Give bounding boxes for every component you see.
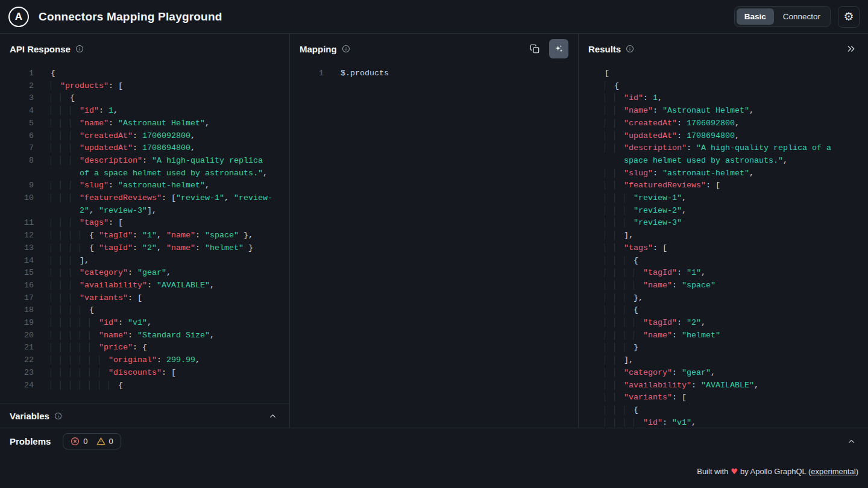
line-number: 12 [0, 230, 34, 242]
mapping-editor[interactable]: 1$.products [290, 64, 578, 428]
info-icon[interactable] [342, 45, 350, 53]
api-response-editor[interactable]: 1{2 "products": [3 {4 "id": 1,5 "name": … [0, 64, 289, 404]
code-line: "createdAt": 1706092800, [579, 117, 868, 130]
line-number: 16 [0, 280, 34, 292]
api-response-panel: API Response 1{2 "products": [3 {4 "id":… [0, 34, 289, 428]
heart-icon: ♥ [731, 467, 738, 476]
code-line: 20 "name": "Standard Size", [0, 330, 289, 342]
line-number: 17 [0, 292, 34, 305]
mapping-header: Mapping [290, 34, 578, 64]
info-icon[interactable] [54, 412, 62, 420]
code-line: 22 "original": 299.99, [0, 354, 289, 367]
code-line: [ [579, 67, 868, 80]
line-number: 13 [0, 242, 34, 255]
code-line: 10 "featuredReviews": ["review-1", "revi… [0, 192, 289, 217]
code-line: 9 "slug": "astronaut-helmet", [0, 180, 289, 192]
code-line: ], [579, 354, 868, 367]
error-icon [71, 437, 80, 446]
code-line: { [579, 304, 868, 317]
code-line: "id": "v1", [579, 417, 868, 428]
line-number: 1 [0, 67, 34, 80]
toggle-basic-button[interactable]: Basic [737, 8, 774, 25]
footer-text-middle: by Apollo GraphQL ( [740, 467, 811, 476]
experimental-link[interactable]: experimental [811, 467, 855, 476]
code-line: }, [579, 292, 868, 305]
code-line: 5 "name": "Astronaut Helmet", [0, 117, 289, 130]
code-line: "review-1", [579, 192, 868, 205]
line-number: 19 [0, 317, 34, 330]
results-title: Results [588, 44, 621, 54]
gear-icon: ⚙ [843, 11, 854, 22]
code-line: "updatedAt": 1708694800, [579, 130, 868, 143]
copy-icon [530, 44, 539, 54]
code-line: "availability": "AVAILABLE", [579, 380, 868, 392]
expand-variables-button[interactable] [265, 409, 280, 424]
warning-count-badge: 0 [96, 437, 113, 446]
footer: Built with ♥ by Apollo GraphQL (experime… [0, 454, 868, 488]
code-line: 14 ], [0, 255, 289, 267]
mode-toggle: Basic Connector [734, 6, 831, 27]
code-line: "id": 1, [579, 92, 868, 105]
code-line: 19 "id": "v1", [0, 317, 289, 330]
settings-button[interactable]: ⚙ [838, 6, 860, 28]
problems-counts: 0 0 [63, 433, 121, 449]
footer-text-prefix: Built with [697, 467, 728, 476]
warning-icon [96, 437, 105, 446]
code-line: 15 "category": "gear", [0, 267, 289, 280]
code-line: 21 "price": { [0, 342, 289, 354]
code-line: "tagId": "2", [579, 317, 868, 330]
apollo-logo-letter: A [15, 11, 22, 23]
code-line: "review-3" [579, 217, 868, 230]
variables-section-header[interactable]: Variables [0, 404, 289, 428]
code-line: ], [579, 230, 868, 242]
code-line: 17 "variants": [ [0, 292, 289, 305]
warning-count: 0 [109, 437, 113, 446]
chevron-up-icon [268, 411, 277, 421]
code-line: "name": "Astronaut Helmet", [579, 105, 868, 117]
info-icon[interactable] [626, 45, 634, 53]
mapping-panel: Mapping 1$.products [289, 34, 579, 428]
line-number: 24 [0, 380, 34, 392]
line-number: 8 [0, 155, 34, 167]
line-number: 22 [0, 354, 34, 367]
code-line: "description": "A high-quality replica o… [579, 142, 868, 167]
results-header: Results [579, 34, 868, 64]
line-number: 15 [0, 267, 34, 280]
error-count: 0 [83, 437, 87, 446]
line-number: 5 [0, 117, 34, 130]
code-line: "tagId": "1", [579, 267, 868, 280]
api-response-header: API Response [0, 34, 289, 64]
code-line: 24 { [0, 380, 289, 392]
code-line: 13 { "tagId": "2", "name": "helmet" } [0, 242, 289, 255]
collapse-results-button[interactable] [844, 42, 858, 56]
code-line: 6 "createdAt": 1706092800, [0, 130, 289, 143]
line-number: 10 [0, 192, 34, 205]
line-number: 1 [290, 67, 324, 80]
info-icon[interactable] [75, 45, 84, 53]
copy-mapping-button[interactable] [525, 39, 544, 58]
results-panel: Results [ { "id": 1, "name": "Astronaut … [579, 34, 868, 428]
toggle-connector-button[interactable]: Connector [775, 8, 828, 25]
error-count-badge: 0 [71, 437, 87, 446]
main-area: API Response 1{2 "products": [3 {4 "id":… [0, 34, 868, 428]
code-line: "tags": [ [579, 242, 868, 255]
line-number: 4 [0, 105, 34, 117]
line-number: 6 [0, 130, 34, 143]
chevron-up-icon [847, 437, 856, 446]
double-chevron-right-icon [846, 44, 856, 54]
expand-problems-button[interactable] [844, 434, 858, 449]
code-line: 1{ [0, 67, 289, 80]
topbar-actions: Basic Connector ⚙ [734, 6, 860, 28]
line-number: 20 [0, 330, 34, 342]
code-line: 2 "products": [ [0, 80, 289, 93]
line-number: 7 [0, 142, 34, 155]
code-line: "name": "space" [579, 280, 868, 292]
line-number: 2 [0, 80, 34, 93]
generate-mapping-button[interactable] [549, 39, 568, 58]
code-line: { [579, 80, 868, 93]
code-line: 12 { "tagId": "1", "name": "space" }, [0, 230, 289, 242]
code-line: "name": "helmet" [579, 330, 868, 342]
code-line: "slug": "astronaut-helmet", [579, 167, 868, 180]
code-line: 11 "tags": [ [0, 217, 289, 230]
results-viewer[interactable]: [ { "id": 1, "name": "Astronaut Helmet",… [579, 64, 868, 428]
